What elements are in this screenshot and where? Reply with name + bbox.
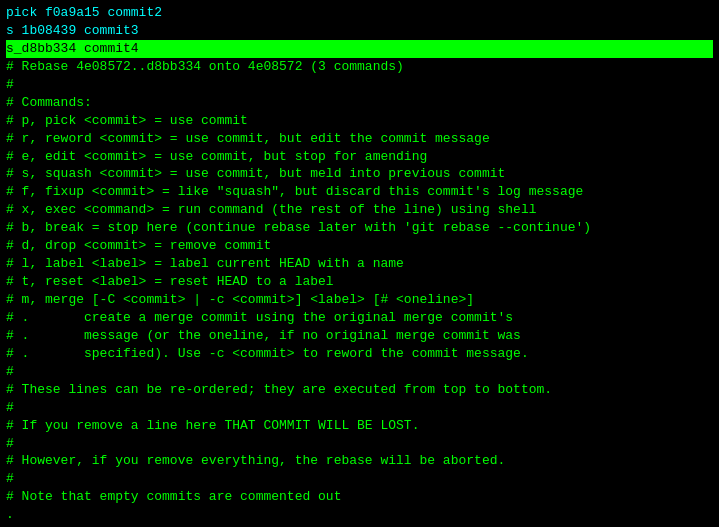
terminal-window: pick f0a9a15 commit2s 1b08439 commit3s_d…: [0, 0, 719, 527]
editor-line: # These lines can be re-ordered; they ar…: [6, 381, 713, 399]
editor-line: pick f0a9a15 commit2: [6, 4, 713, 22]
editor-line: #: [6, 363, 713, 381]
editor-line: # Note that empty commits are commented …: [6, 488, 713, 506]
editor-line: # f, fixup <commit> = like "squash", but…: [6, 183, 713, 201]
editor-line: # x, exec <command> = run command (the r…: [6, 201, 713, 219]
editor-line: # Commands:: [6, 94, 713, 112]
editor-line: #: [6, 470, 713, 488]
editor-line: # t, reset <label> = reset HEAD to a lab…: [6, 273, 713, 291]
editor-line: # d, drop <commit> = remove commit: [6, 237, 713, 255]
editor-line: s_d8bb334 commit4: [6, 40, 713, 58]
editor-line: # r, reword <commit> = use commit, but e…: [6, 130, 713, 148]
editor-line: # p, pick <commit> = use commit: [6, 112, 713, 130]
editor-line: # . message (or the oneline, if no origi…: [6, 327, 713, 345]
editor-line: #: [6, 435, 713, 453]
editor-line: # m, merge [-C <commit> | -c <commit>] <…: [6, 291, 713, 309]
editor-content: pick f0a9a15 commit2s 1b08439 commit3s_d…: [6, 4, 713, 524]
editor-line: # b, break = stop here (continue rebase …: [6, 219, 713, 237]
editor-line: .: [6, 506, 713, 524]
editor-line: s 1b08439 commit3: [6, 22, 713, 40]
editor-line: #: [6, 399, 713, 417]
editor-line: # l, label <label> = label current HEAD …: [6, 255, 713, 273]
editor-line: #: [6, 76, 713, 94]
editor-line: # . create a merge commit using the orig…: [6, 309, 713, 327]
editor-line: # . specified). Use -c <commit> to rewor…: [6, 345, 713, 363]
editor-line: # s, squash <commit> = use commit, but m…: [6, 165, 713, 183]
editor-line: # e, edit <commit> = use commit, but sto…: [6, 148, 713, 166]
editor-line: # If you remove a line here THAT COMMIT …: [6, 417, 713, 435]
editor-line: # Rebase 4e08572..d8bb334 onto 4e08572 (…: [6, 58, 713, 76]
editor-line: # However, if you remove everything, the…: [6, 452, 713, 470]
